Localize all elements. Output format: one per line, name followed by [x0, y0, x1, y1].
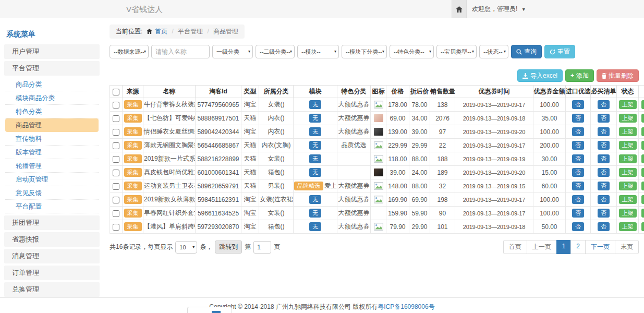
row-checkbox[interactable]: [113, 102, 119, 109]
user-menu[interactable]: 欢迎您，管理员! ▼: [472, 0, 526, 19]
must-buy-toggle[interactable]: 否: [598, 154, 610, 163]
status-badge[interactable]: 上架: [619, 222, 637, 231]
row-checkbox[interactable]: [113, 115, 119, 122]
level1-category-select[interactable]: 一级分类▾: [212, 45, 253, 58]
edit-button[interactable]: [641, 127, 644, 136]
sidebar-subitem-platform-config[interactable]: 平台配置: [5, 200, 99, 213]
sidebar-subitem-feature-category[interactable]: 特色分类: [5, 105, 99, 118]
status-badge[interactable]: 上架: [619, 114, 637, 123]
pager-page-2[interactable]: 2: [570, 240, 586, 254]
name-search-input[interactable]: [151, 45, 210, 58]
icp-link[interactable]: 粤ICP备16098006号: [378, 303, 434, 310]
import-select-toggle[interactable]: 否: [572, 168, 584, 177]
home-button[interactable]: [452, 0, 467, 18]
edit-button[interactable]: [641, 195, 644, 204]
row-checkbox[interactable]: [113, 156, 119, 163]
reset-button[interactable]: 重置: [544, 45, 575, 58]
edit-button[interactable]: [641, 100, 644, 109]
row-checkbox[interactable]: [113, 197, 119, 203]
row-checkbox[interactable]: [113, 142, 119, 149]
pager-last[interactable]: 末页: [615, 240, 639, 254]
sidebar-subitem-carousel-management[interactable]: 轮播管理: [5, 159, 99, 173]
status-badge[interactable]: 上架: [619, 100, 637, 109]
import-select-toggle[interactable]: 否: [572, 209, 584, 218]
must-buy-toggle[interactable]: 否: [598, 141, 610, 150]
page-number-input[interactable]: [253, 241, 271, 254]
feature-category-select[interactable]: --特色分类--▾: [390, 45, 434, 58]
item-type-select[interactable]: --宝贝类型--▾: [436, 45, 477, 58]
sidebar-item-saving-news[interactable]: 省惠快报: [4, 232, 100, 247]
status-badge[interactable]: 上架: [619, 141, 637, 150]
sidebar-subitem-module-product-category[interactable]: 模块商品分类: [5, 91, 99, 105]
pager-prev[interactable]: 上一页: [527, 240, 557, 254]
must-buy-toggle[interactable]: 否: [598, 127, 610, 136]
clipped-widget-button[interactable]: [212, 311, 221, 313]
status-badge[interactable]: 上架: [619, 127, 637, 136]
must-buy-toggle[interactable]: 否: [598, 209, 610, 218]
module-badge[interactable]: 无: [309, 195, 321, 204]
sidebar-item-order-management[interactable]: 订单管理: [4, 266, 100, 280]
batch-delete-button[interactable]: 批量删除: [597, 69, 639, 82]
module-badge[interactable]: 无: [309, 209, 321, 218]
pager-page-1[interactable]: 1: [556, 240, 572, 254]
row-checkbox[interactable]: [113, 224, 119, 231]
status-badge[interactable]: 上架: [619, 182, 637, 190]
status-badge[interactable]: 上架: [619, 209, 637, 218]
sidebar-item-message-management[interactable]: 消息管理: [4, 249, 100, 263]
sidebar-item-exchange-management[interactable]: 兑换管理: [4, 282, 100, 297]
import-select-toggle[interactable]: 否: [572, 182, 584, 190]
must-buy-toggle[interactable]: 否: [598, 168, 610, 177]
must-buy-toggle[interactable]: 否: [598, 182, 610, 190]
module-badge[interactable]: 无: [309, 141, 321, 150]
status-select[interactable]: --状态--▾: [479, 45, 508, 58]
must-buy-toggle[interactable]: 否: [598, 100, 610, 109]
edit-button[interactable]: [641, 209, 644, 218]
must-buy-toggle[interactable]: 否: [598, 222, 610, 231]
edit-button[interactable]: [641, 141, 644, 150]
import-select-toggle[interactable]: 否: [572, 100, 584, 109]
row-checkbox[interactable]: [113, 129, 119, 136]
must-buy-toggle[interactable]: 否: [598, 195, 610, 204]
sidebar-subitem-product-management[interactable]: 商品管理: [5, 118, 99, 132]
row-checkbox[interactable]: [113, 170, 119, 176]
import-select-toggle[interactable]: 否: [572, 127, 584, 136]
breadcrumb-home-link[interactable]: 首页: [155, 28, 167, 35]
module-select[interactable]: --模块--▾: [297, 45, 339, 58]
edit-button[interactable]: [641, 168, 644, 177]
edit-button[interactable]: [641, 114, 644, 123]
sidebar-subitem-promo-materials[interactable]: 宣传物料: [5, 132, 99, 146]
select-all-checkbox[interactable]: [113, 89, 119, 95]
row-checkbox[interactable]: [113, 210, 119, 217]
sidebar-item-group-buy-management[interactable]: 拼团管理: [4, 215, 100, 230]
per-page-select[interactable]: 10▾: [175, 241, 197, 254]
must-buy-toggle[interactable]: 否: [598, 114, 610, 123]
edit-button[interactable]: [641, 154, 644, 163]
module-badge[interactable]: 无: [309, 127, 321, 136]
search-button[interactable]: 查询: [511, 45, 542, 58]
pager-first[interactable]: 首页: [503, 240, 527, 254]
import-select-toggle[interactable]: 否: [572, 154, 584, 163]
jump-button[interactable]: 跳转到: [215, 240, 242, 254]
sidebar-subitem-version-management[interactable]: 版本管理: [5, 146, 99, 159]
edit-button[interactable]: [641, 222, 644, 231]
pager-next[interactable]: 下一页: [585, 240, 615, 254]
status-badge[interactable]: 上架: [619, 195, 637, 204]
data-source-select[interactable]: --数据来源--▾: [110, 45, 149, 58]
import-select-toggle[interactable]: 否: [572, 114, 584, 123]
module-badge[interactable]: 无: [309, 100, 321, 109]
module-subcategory-select[interactable]: --模块下分类--▾: [342, 45, 387, 58]
add-button[interactable]: + 添加: [565, 69, 594, 82]
sidebar-subitem-product-category[interactable]: 商品分类: [5, 78, 99, 91]
module-badge[interactable]: 无: [309, 222, 321, 231]
status-badge[interactable]: 上架: [619, 168, 637, 177]
status-badge[interactable]: 上架: [619, 154, 637, 163]
import-select-toggle[interactable]: 否: [572, 222, 584, 231]
import-select-toggle[interactable]: 否: [572, 141, 584, 150]
module-badge[interactable]: 无: [309, 168, 321, 177]
import-excel-button[interactable]: 导入excel: [517, 69, 563, 82]
import-select-toggle[interactable]: 否: [572, 195, 584, 204]
sidebar-subitem-splash-page-management[interactable]: 启动页管理: [5, 173, 99, 186]
module-badge[interactable]: 无: [309, 154, 321, 163]
row-checkbox[interactable]: [113, 183, 119, 190]
module-badge[interactable]: 无: [309, 114, 321, 123]
